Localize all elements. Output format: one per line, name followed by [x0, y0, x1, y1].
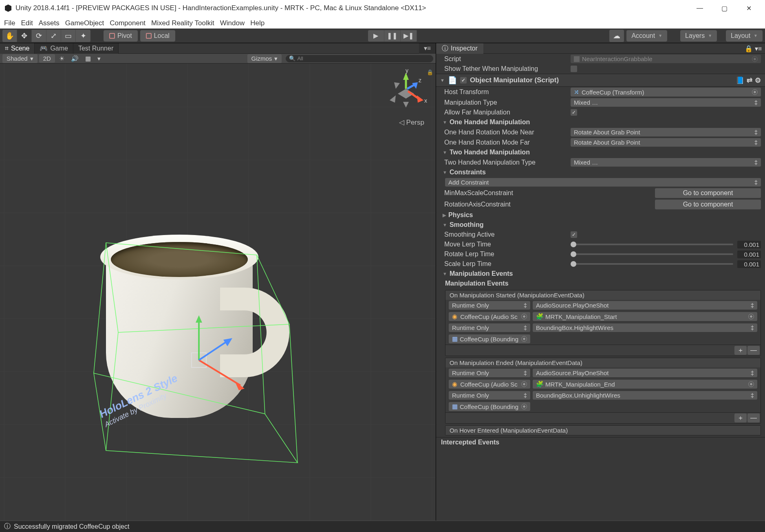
- menu-gameobject[interactable]: GameObject: [65, 19, 104, 27]
- script-component-icon: 📄: [448, 76, 457, 85]
- scene-view[interactable]: HoloLens 2 Style Activate by Proximity y…: [0, 64, 436, 521]
- tab-scene[interactable]: ⌗Scene: [0, 43, 35, 54]
- constraints-section[interactable]: ▼Constraints: [436, 167, 765, 177]
- tab-testrunner[interactable]: Test Runner: [73, 43, 119, 54]
- move-tool-button[interactable]: ✥: [17, 30, 32, 42]
- manipulation-events-section[interactable]: ▼Manipulation Events: [436, 269, 765, 279]
- allow-far-checkbox[interactable]: [571, 109, 577, 116]
- event-arg-field-2[interactable]: 🧩MRTK_Manipulation_End: [533, 380, 757, 389]
- hand-tool-button[interactable]: ✋: [2, 30, 17, 42]
- menu-assets[interactable]: Assets: [39, 19, 60, 27]
- account-dropdown[interactable]: Account▼: [626, 30, 667, 42]
- settings-icon[interactable]: ⚙: [755, 76, 761, 85]
- menu-component[interactable]: Component: [110, 19, 146, 27]
- event-runtime-dropdown-3[interactable]: Runtime Only‡: [449, 369, 530, 377]
- physics-section[interactable]: ▶Physics: [436, 210, 765, 220]
- menu-mrtk[interactable]: Mixed Reality Toolkit: [151, 19, 214, 27]
- rotate-tool-button[interactable]: ⟳: [32, 30, 46, 42]
- audio-toggle[interactable]: 🔊: [68, 54, 81, 63]
- event-runtime-dropdown[interactable]: Runtime Only‡: [449, 301, 530, 310]
- cloud-button[interactable]: ☁: [609, 30, 624, 42]
- tab-game[interactable]: 🎮Game: [35, 43, 73, 54]
- help-icon[interactable]: 📘: [736, 76, 744, 85]
- host-transform-field[interactable]: ⤮CoffeeCup (Transform): [571, 88, 761, 97]
- step-button[interactable]: ▶❚: [401, 30, 417, 42]
- event-function-dropdown[interactable]: AudioSource.PlayOneShot‡: [533, 301, 757, 310]
- event-runtime-dropdown-4[interactable]: Runtime Only‡: [449, 391, 530, 400]
- scale-tool-button[interactable]: ⤢: [46, 30, 61, 42]
- shading-dropdown[interactable]: Shaded▾: [2, 54, 37, 63]
- fx-toggle[interactable]: ▦: [83, 54, 93, 63]
- oh-far-dropdown[interactable]: Rotate About Grab Point‡: [571, 138, 761, 147]
- show-tether-checkbox[interactable]: [571, 66, 577, 72]
- event-remove-button-2[interactable]: —: [747, 413, 760, 422]
- event-add-button[interactable]: ＋: [734, 346, 747, 355]
- pause-button[interactable]: ❚❚: [384, 30, 401, 42]
- event-target-field[interactable]: ◉CoffeeCup (Audio Sc: [449, 312, 530, 321]
- oh-near-dropdown[interactable]: Rotate About Grab Point‡: [571, 128, 761, 136]
- pivot-button[interactable]: Pivot: [104, 30, 138, 42]
- rotate-lerp-value[interactable]: 0.001: [737, 251, 761, 258]
- gizmo-lock-icon[interactable]: 🔒: [427, 69, 433, 75]
- shading-label: Shaded: [7, 55, 28, 62]
- th-type-dropdown[interactable]: Mixed …‡: [571, 158, 761, 167]
- event-arg-field[interactable]: 🧩MRTK_Manipulation_Start: [533, 312, 757, 321]
- layers-dropdown[interactable]: Layers▼: [680, 30, 717, 42]
- event-target-field-4[interactable]: ▦CoffeeCup (Bounding: [449, 402, 530, 411]
- smoothing-active-checkbox[interactable]: [571, 231, 577, 238]
- event-remove-button[interactable]: —: [747, 346, 760, 355]
- one-handed-section[interactable]: ▼One Handed Manipulation: [436, 117, 765, 127]
- add-constraint-dropdown[interactable]: Add Constraint‡: [445, 178, 761, 187]
- tab-inspector[interactable]: ⓘInspector: [436, 43, 483, 54]
- move-lerp-label: Move Lerp Time: [444, 241, 567, 248]
- scene-search-placeholder: All: [297, 55, 303, 62]
- menu-help[interactable]: Help: [250, 19, 265, 27]
- event-target-field-3[interactable]: ◉CoffeeCup (Audio Sc: [449, 380, 530, 389]
- move-lerp-value[interactable]: 0.001: [737, 241, 761, 248]
- event-hover-entered: On Hover Entered (ManipulationEventData): [445, 425, 761, 435]
- event-manipulation-started: On Manipulation Started (ManipulationEve…: [445, 290, 761, 356]
- rect-tool-button[interactable]: ▭: [61, 30, 76, 42]
- gizmos-label: Gizmos: [251, 55, 272, 62]
- scene-search[interactable]: 🔍All: [286, 55, 433, 62]
- event-target-field-2[interactable]: ▦CoffeeCup (Bounding: [449, 334, 530, 343]
- menu-file[interactable]: File: [4, 19, 15, 27]
- panel-menu-button[interactable]: ▾≡: [419, 43, 436, 54]
- preset-icon[interactable]: ⇄: [747, 76, 752, 85]
- orientation-gizmo[interactable]: y x z: [384, 68, 428, 113]
- component-enabled-checkbox[interactable]: [460, 77, 467, 84]
- goto-component-button-1[interactable]: Go to component: [655, 188, 761, 198]
- goto-component-button-2[interactable]: Go to component: [655, 200, 761, 209]
- event-function-dropdown-4[interactable]: BoundingBox.UnhighlightWires‡: [533, 391, 757, 400]
- two-handed-section[interactable]: ▼Two Handed Manipulation: [436, 147, 765, 157]
- minimize-button[interactable]: —: [688, 0, 712, 16]
- smoothing-section[interactable]: ▼Smoothing: [436, 220, 765, 230]
- transform-tool-button[interactable]: ✦: [76, 30, 90, 42]
- rotate-lerp-slider[interactable]: [571, 253, 733, 255]
- object-manipulator-header[interactable]: ▼ 📄 Object Manipulator (Script) 📘 ⇄ ⚙: [436, 74, 765, 87]
- event-runtime-dropdown-2[interactable]: Runtime Only‡: [449, 323, 530, 332]
- layout-dropdown[interactable]: Layout▼: [726, 30, 763, 42]
- move-lerp-slider[interactable]: [571, 244, 733, 245]
- local-button[interactable]: Local: [140, 30, 175, 42]
- maximize-button[interactable]: ▢: [712, 0, 736, 16]
- menu-window[interactable]: Window: [220, 19, 245, 27]
- lighting-toggle[interactable]: ☀: [57, 54, 67, 63]
- svg-line-22: [407, 85, 414, 89]
- 2d-toggle[interactable]: 2D: [39, 54, 55, 63]
- close-button[interactable]: ✕: [736, 0, 761, 16]
- event-add-button-2[interactable]: ＋: [734, 413, 747, 422]
- menu-edit[interactable]: Edit: [21, 19, 33, 27]
- gizmos-dropdown[interactable]: Gizmos▾: [247, 54, 282, 63]
- manipulation-type-dropdown[interactable]: Mixed …‡: [571, 98, 761, 107]
- scale-lerp-slider[interactable]: [571, 263, 733, 265]
- script-field[interactable]: NearInteractionGrabbable: [571, 55, 761, 63]
- event-function-dropdown-3[interactable]: AudioSource.PlayOneShot‡: [533, 369, 757, 377]
- play-button[interactable]: ▶: [368, 30, 384, 42]
- scale-lerp-value[interactable]: 0.001: [737, 260, 761, 268]
- inspector-lock-button[interactable]: 🔒 ▾≡: [741, 43, 765, 54]
- coffeecup-object[interactable]: [106, 243, 253, 418]
- event-function-dropdown-2[interactable]: BoundingBox.HighlightWires‡: [533, 323, 757, 332]
- perspective-label[interactable]: ◁ Persp: [399, 118, 424, 127]
- fx-dd[interactable]: ▾: [95, 54, 103, 63]
